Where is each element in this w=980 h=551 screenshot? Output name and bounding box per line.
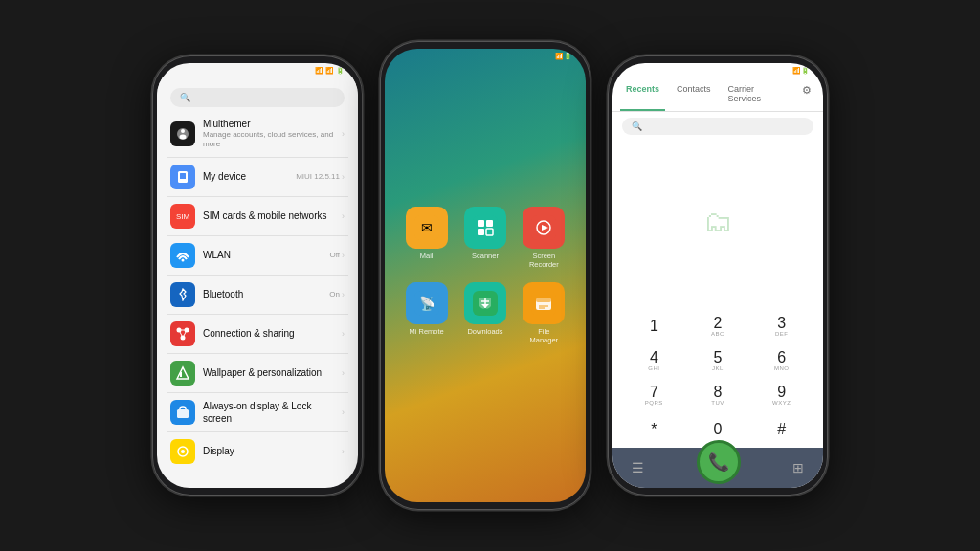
item-text: Always-on display & Lock screen bbox=[203, 400, 334, 425]
app-item[interactable]: ✉ Mail bbox=[404, 207, 449, 269]
item-icon bbox=[170, 121, 195, 146]
svg-point-17 bbox=[181, 450, 185, 453]
app-icon: ✉ bbox=[406, 207, 448, 249]
dialer-tab-contacts[interactable]: Contacts bbox=[671, 80, 717, 111]
item-title: Miuithemer bbox=[203, 118, 334, 130]
phone-dialer: 📶🔋 RecentsContactsCarrier Services⚙ 🔍 🗂 bbox=[608, 55, 828, 496]
app-icon: 📡 bbox=[406, 282, 448, 324]
item-right: › bbox=[342, 329, 345, 339]
dialpad-row: 7 PQRS 8 TUV 9 WXYZ bbox=[622, 379, 813, 411]
dial-key-3[interactable]: 3 DEF bbox=[757, 310, 807, 342]
dialer-settings-icon[interactable]: ⚙ bbox=[798, 80, 815, 111]
dialer-search-bar[interactable]: 🔍 bbox=[622, 118, 813, 135]
app-item[interactable]: ScreenRecorder bbox=[522, 207, 567, 269]
dial-key-8[interactable]: 8 TUV bbox=[693, 379, 743, 411]
chevron-icon: › bbox=[342, 129, 345, 139]
dial-letters: DEF bbox=[775, 331, 789, 337]
item-right: › bbox=[342, 368, 345, 378]
svg-rect-23 bbox=[478, 229, 484, 235]
item-text: Connection & sharing bbox=[203, 327, 334, 340]
dial-num: # bbox=[777, 422, 786, 437]
dial-key-2[interactable]: 2 ABC bbox=[693, 310, 743, 342]
dial-key-6[interactable]: 6 MNO bbox=[757, 344, 807, 377]
dial-num: 8 bbox=[714, 385, 723, 400]
app-item[interactable]: 📡 Mi Remote bbox=[404, 282, 449, 344]
dial-key-5[interactable]: 5 JKL bbox=[693, 344, 743, 377]
status-icons-1: 📶 📶 🔋 bbox=[315, 67, 345, 75]
dial-letters: ABC bbox=[711, 331, 724, 337]
app-grid: ✉ Mail Scanner ScreenRecorder 📡 Mi Remot… bbox=[404, 207, 567, 344]
dialer-tab-carrier-services[interactable]: Carrier Services bbox=[723, 80, 792, 111]
chevron-icon: › bbox=[342, 329, 345, 339]
menu-icon[interactable]: ☰ bbox=[632, 460, 644, 475]
item-text: SIM cards & mobile networks bbox=[203, 209, 334, 222]
chevron-icon: › bbox=[342, 211, 345, 221]
item-icon bbox=[170, 282, 195, 307]
settings-item[interactable]: Bluetooth On › bbox=[167, 276, 348, 315]
dial-num: 2 bbox=[714, 316, 723, 331]
item-title: Display bbox=[203, 445, 334, 457]
item-icon bbox=[170, 243, 195, 268]
chevron-icon: › bbox=[342, 368, 345, 378]
battery-icon: 🔋 bbox=[336, 67, 345, 75]
settings-item[interactable]: Wallpaper & personalization › bbox=[167, 354, 348, 393]
wifi-icon: 📶 bbox=[315, 67, 323, 75]
dial-letters: GHI bbox=[648, 365, 659, 371]
dial-num: 5 bbox=[714, 350, 723, 365]
dial-key-4[interactable]: 4 GHI bbox=[629, 344, 679, 377]
app-item[interactable]: Scanner bbox=[462, 207, 507, 269]
item-title: Connection & sharing bbox=[203, 327, 334, 340]
dial-letters: WXYZ bbox=[772, 400, 791, 406]
svg-rect-14 bbox=[180, 372, 182, 377]
item-title: Always-on display & Lock screen bbox=[203, 400, 334, 425]
app-item[interactable]: Downloads bbox=[462, 282, 507, 344]
search-bar[interactable]: 🔍 bbox=[170, 88, 345, 107]
settings-item[interactable]: SIM SIM cards & mobile networks › bbox=[167, 197, 348, 236]
status-icons-3: 📶🔋 bbox=[792, 67, 810, 75]
dial-key-9[interactable]: 9 WXYZ bbox=[757, 379, 807, 411]
item-title: Wallpaper & personalization bbox=[203, 366, 334, 379]
chevron-icon: › bbox=[342, 172, 345, 182]
dialer-search-icon: 🔍 bbox=[632, 121, 642, 131]
dial-num: 9 bbox=[777, 385, 786, 400]
item-right: On › bbox=[329, 290, 345, 299]
item-text: Miuithemer Manage accounts, cloud servic… bbox=[203, 118, 334, 150]
item-text: Bluetooth bbox=[203, 288, 322, 300]
dial-key-*[interactable]: * bbox=[629, 413, 679, 446]
dialer-tab-recents[interactable]: Recents bbox=[620, 80, 665, 111]
svg-text:✉: ✉ bbox=[421, 220, 433, 235]
settings-item[interactable]: Always-on display & Lock screen › bbox=[167, 393, 348, 432]
dial-key-1[interactable]: 1 bbox=[629, 310, 679, 342]
item-text: WLAN bbox=[203, 249, 322, 261]
settings-item[interactable]: Miuithemer Manage accounts, cloud servic… bbox=[167, 111, 348, 158]
svg-rect-4 bbox=[180, 173, 186, 179]
svg-rect-22 bbox=[486, 220, 493, 227]
chevron-icon: › bbox=[342, 290, 345, 299]
no-recents-icon: 🗂 bbox=[703, 206, 732, 238]
dial-key-#[interactable]: # bbox=[757, 413, 807, 446]
item-text: Display bbox=[203, 445, 334, 457]
settings-item[interactable]: Connection & sharing › bbox=[167, 315, 348, 354]
item-icon bbox=[170, 400, 195, 425]
phone-settings: 📶 📶 🔋 🔍 Miuithemer bbox=[152, 55, 363, 496]
item-title: SIM cards & mobile networks bbox=[203, 209, 334, 222]
svg-point-2 bbox=[180, 134, 187, 139]
app-icon bbox=[464, 207, 506, 249]
item-text: My device bbox=[203, 170, 288, 183]
dial-letters: JKL bbox=[712, 365, 724, 371]
settings-item[interactable]: WLAN Off › bbox=[167, 236, 348, 276]
call-button[interactable]: 📞 bbox=[697, 440, 741, 484]
dialpad-row: 1 2 ABC 3 DEF bbox=[622, 310, 813, 342]
dialer-screen: 📶🔋 RecentsContactsCarrier Services⚙ 🔍 🗂 bbox=[612, 63, 823, 488]
item-title: My device bbox=[203, 170, 288, 183]
dial-num: 0 bbox=[714, 422, 723, 437]
signal-icon: 📶 bbox=[325, 67, 334, 75]
app-item[interactable]: FileManager bbox=[522, 282, 567, 344]
dialpad-grid-icon[interactable]: ⊞ bbox=[792, 460, 804, 475]
app-label: Downloads bbox=[467, 327, 502, 336]
settings-item[interactable]: Display › bbox=[167, 432, 348, 471]
no-recents-area: 🗂 bbox=[612, 141, 823, 306]
dial-key-7[interactable]: 7 PQRS bbox=[629, 379, 679, 411]
item-right: Off › bbox=[329, 251, 345, 260]
settings-item[interactable]: My device MIUI 12.5.11 › bbox=[167, 158, 348, 197]
